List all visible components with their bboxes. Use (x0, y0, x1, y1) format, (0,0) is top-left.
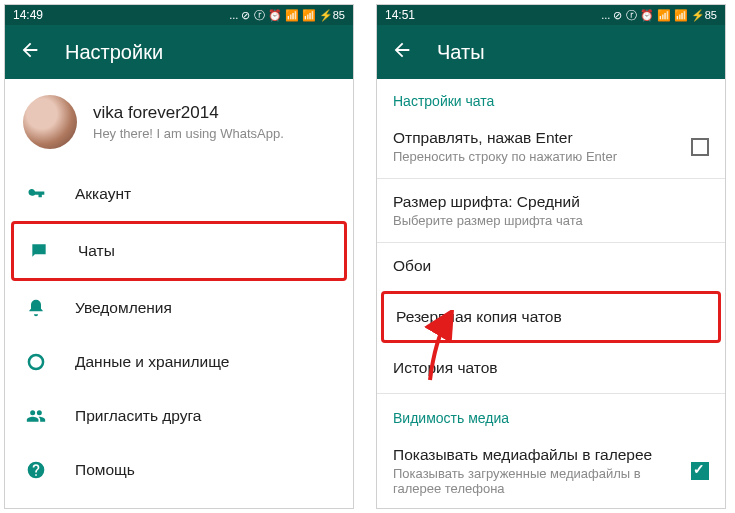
setting-title: Обои (393, 257, 431, 275)
status-time: 14:49 (13, 8, 43, 22)
item-label: Пригласить друга (75, 407, 201, 425)
help-icon (25, 459, 47, 481)
divider (377, 393, 725, 394)
checkbox-checked-icon[interactable] (691, 462, 709, 480)
settings-item-chats[interactable]: Чаты (11, 221, 347, 281)
status-bar: 14:49 ... ⊘ ⓡ ⏰ 📶 📶 ⚡85 (5, 5, 353, 25)
back-icon[interactable] (19, 39, 41, 65)
setting-subtitle: Переносить строку по нажатию Enter (393, 149, 617, 164)
settings-item-data[interactable]: Данные и хранилище (5, 335, 353, 389)
setting-subtitle: Показывать загруженные медиафайлы в гале… (393, 466, 663, 496)
setting-enter-send[interactable]: Отправлять, нажав Enter Переносить строк… (377, 117, 725, 176)
item-label: Чаты (78, 242, 115, 260)
back-icon[interactable] (391, 39, 413, 65)
chats-settings-screen: 14:51 ... ⊘ ⓡ ⏰ 📶 📶 ⚡85 Чаты Настройки ч… (376, 4, 726, 509)
app-header: Чаты (377, 25, 725, 79)
setting-title: Размер шрифта: Средний (393, 193, 583, 211)
settings-item-invite[interactable]: Пригласить друга (5, 389, 353, 443)
item-label: Данные и хранилище (75, 353, 229, 371)
profile-status: Hey there! I am using WhatsApp. (93, 126, 284, 141)
setting-media-gallery[interactable]: Показывать медиафайлы в галерее Показыва… (377, 434, 725, 508)
status-icons: ... ⊘ ⓡ ⏰ 📶 📶 ⚡85 (601, 8, 717, 23)
section-media-visibility: Видимость медиа (377, 396, 725, 434)
page-title: Чаты (437, 41, 485, 64)
status-time: 14:51 (385, 8, 415, 22)
item-label: Аккаунт (75, 185, 131, 203)
page-title: Настройки (65, 41, 163, 64)
item-label: Уведомления (75, 299, 172, 317)
setting-wallpaper[interactable]: Обои (377, 245, 725, 289)
profile-row[interactable]: vika forever2014 Hey there! I am using W… (5, 79, 353, 167)
setting-subtitle: Выберите размер шрифта чата (393, 213, 583, 228)
setting-chat-history[interactable]: История чатов (377, 347, 725, 391)
people-icon (25, 405, 47, 427)
item-label: Помощь (75, 461, 135, 479)
bell-icon (25, 297, 47, 319)
avatar (23, 95, 77, 149)
setting-title: Резервная копия чатов (396, 308, 562, 325)
checkbox-unchecked-icon[interactable] (691, 138, 709, 156)
status-bar: 14:51 ... ⊘ ⓡ ⏰ 📶 📶 ⚡85 (377, 5, 725, 25)
data-usage-icon (25, 351, 47, 373)
settings-item-notifications[interactable]: Уведомления (5, 281, 353, 335)
status-icons: ... ⊘ ⓡ ⏰ 📶 📶 ⚡85 (229, 8, 345, 23)
app-header: Настройки (5, 25, 353, 79)
divider (377, 178, 725, 179)
setting-title: Отправлять, нажав Enter (393, 129, 617, 147)
setting-chat-backup[interactable]: Резервная копия чатов (381, 291, 721, 343)
profile-name: vika forever2014 (93, 103, 284, 123)
setting-font-size[interactable]: Размер шрифта: Средний Выберите размер ш… (377, 181, 725, 240)
settings-item-account[interactable]: Аккаунт (5, 167, 353, 221)
setting-title: Показывать медиафайлы в галерее (393, 446, 663, 464)
divider (377, 242, 725, 243)
settings-screen: 14:49 ... ⊘ ⓡ ⏰ 📶 📶 ⚡85 Настройки vika f… (4, 4, 354, 509)
setting-title: История чатов (393, 359, 498, 377)
key-icon (25, 183, 47, 205)
section-chat-settings: Настройки чата (377, 79, 725, 117)
settings-item-help[interactable]: Помощь (5, 443, 353, 497)
chat-icon (28, 240, 50, 262)
